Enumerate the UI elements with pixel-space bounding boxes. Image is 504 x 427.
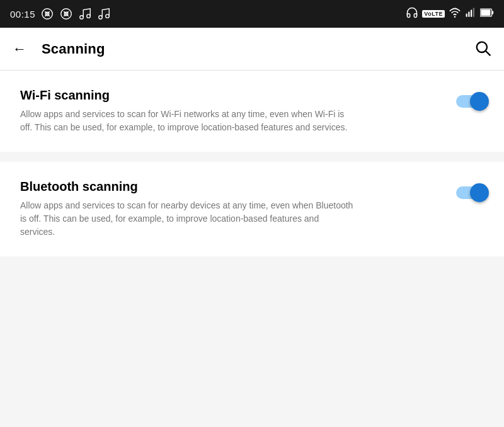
wifi-scanning-item: Wi-Fi scanning Allow apps and services t… — [0, 71, 504, 152]
bluetooth-scanning-item: Bluetooth scanning Allow apps and servic… — [0, 162, 504, 256]
bluetooth-scanning-title: Bluetooth scanning — [20, 179, 444, 194]
toolbar: ← Scanning — [0, 28, 504, 71]
svg-rect-15 — [471, 10, 472, 17]
svg-rect-19 — [481, 9, 490, 15]
page-title: Scanning — [42, 41, 105, 57]
status-left: 00:15 — [10, 7, 111, 21]
content-area: Wi-Fi scanning Allow apps and services t… — [0, 71, 504, 256]
svg-rect-18 — [492, 11, 493, 14]
toggle-thumb-bluetooth — [470, 183, 489, 202]
back-button[interactable]: ← — [13, 41, 26, 57]
wifi-scanning-toggle[interactable] — [456, 92, 489, 111]
signal-icon — [465, 7, 476, 21]
svg-line-21 — [486, 51, 490, 55]
status-bar: 00:15 — [0, 0, 504, 28]
wifi-scanning-title: Wi-Fi scanning — [20, 88, 444, 103]
battery-icon — [480, 8, 494, 20]
status-time: 00:15 — [10, 9, 35, 20]
bluetooth-scanning-text: Bluetooth scanning Allow apps and servic… — [20, 179, 444, 239]
svg-point-12 — [454, 16, 456, 17]
svg-rect-13 — [466, 14, 467, 17]
svg-point-8 — [80, 16, 84, 20]
svg-point-9 — [87, 14, 91, 18]
music-icon-2 — [97, 7, 111, 21]
separator — [0, 157, 504, 162]
toolbar-left: ← Scanning — [13, 41, 105, 57]
search-button[interactable] — [474, 39, 491, 59]
music-icon-1 — [78, 7, 92, 21]
wifi-scanning-toggle-container — [456, 88, 489, 111]
bluetooth-scanning-description: Allow apps and services to scan for near… — [20, 199, 354, 239]
status-right: VoLTE — [406, 6, 494, 21]
svg-point-10 — [99, 16, 103, 20]
wifi-status-icon — [449, 6, 461, 21]
svg-rect-16 — [473, 8, 474, 17]
headphone-icon — [406, 6, 418, 21]
bluetooth-scanning-toggle-container — [456, 179, 489, 202]
app-icon-1 — [40, 7, 54, 21]
volte-badge: VoLTE — [422, 10, 445, 18]
wifi-scanning-description: Allow apps and services to scan for Wi-F… — [20, 108, 354, 134]
app-icon-2 — [59, 7, 73, 21]
toggle-thumb-wifi — [470, 92, 489, 111]
svg-point-11 — [106, 14, 110, 18]
svg-rect-14 — [468, 12, 469, 17]
bluetooth-scanning-toggle[interactable] — [456, 183, 489, 202]
wifi-scanning-text: Wi-Fi scanning Allow apps and services t… — [20, 88, 444, 134]
